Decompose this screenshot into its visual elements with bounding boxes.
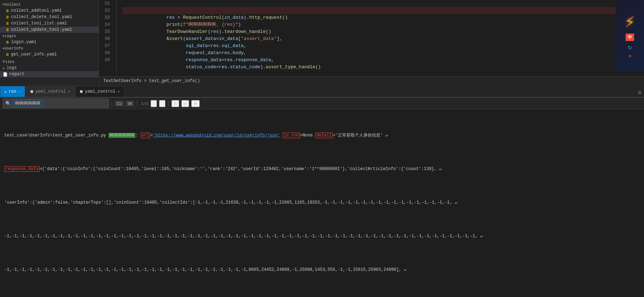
yaml-icon-delete: 🗎 — [6, 15, 10, 19]
case-sensitive-btn[interactable]: Cc — [115, 101, 124, 106]
tab-dot-2 — [80, 90, 83, 93]
tab-yaml-control-2[interactable]: yaml_control ✕ — [75, 86, 124, 97]
run-tab-icon: ▶ — [5, 89, 7, 94]
code-text: status_code — [230, 64, 260, 70]
line-num-33: 33 — [99, 14, 113, 21]
main-container: ▾ Collect 🗎 collect_addtool.yaml 🗎 colle… — [0, 0, 644, 297]
line-num-37: 37 — [99, 42, 113, 50]
output-line-4: -1,-1,-1,-1,-1,-1,-1,-1,-1,-1,-1,-1,-1,-… — [4, 233, 640, 240]
folder-icon-logs: ▸ — [3, 66, 5, 70]
code-text: assert_type_handle — [266, 64, 315, 70]
next-match-btn[interactable]: ↓ — [159, 100, 165, 107]
yaml-icon-addtool: 🗎 — [6, 8, 10, 13]
code-line-38: response_data=res.response_data, — [122, 50, 644, 57]
line-num-38: 38 — [99, 50, 113, 57]
detail-box: detail — [315, 133, 333, 138]
line-num-39: 39 — [99, 57, 113, 64]
folder-icon-userinfo: ▾ — [2, 46, 5, 51]
line-num-32: 32 — [99, 7, 113, 14]
code-text: ). — [260, 64, 266, 70]
login-folder-label: Login — [5, 34, 16, 38]
sidebar-collect-folder[interactable]: ▾ Collect — [0, 1, 99, 7]
toolbar-separator-1 — [112, 101, 112, 106]
search-icon: 🔍 — [5, 101, 11, 106]
toolbar-separator-2 — [137, 101, 137, 106]
logs-label: logs — [7, 65, 17, 70]
tab-yaml-control-1[interactable]: yaml_control ✕ — [26, 86, 75, 97]
naruto-icon: ⚡ — [625, 11, 635, 32]
search-text-display: 啊啊啊啊啊啊 — [12, 100, 43, 107]
line-numbers: 31 32 33 34 35 36 37 38 39 — [99, 0, 117, 76]
update-label: collect_update_tool.yaml — [11, 27, 72, 32]
file-icon-report: 📄 — [3, 72, 8, 77]
sidebar: ▾ Collect 🗎 collect_addtool.yaml 🗎 colle… — [0, 0, 99, 85]
folder-icon-collect: ▾ — [2, 2, 5, 7]
code-content: res = RequestControl(in_data).http_reque… — [117, 0, 644, 76]
line-num-34: 34 — [99, 21, 113, 28]
breadcrumb-bar: TestGetUserInfo > test_get_user_info() — [99, 76, 644, 85]
search-box[interactable]: 🔍 啊啊啊啊啊啊 — [3, 99, 109, 108]
yaml-tab-1-label: yaml_control — [35, 89, 66, 94]
corner-decoration: ⚡ 中 ↻ ✕ — [616, 0, 644, 71]
sidebar-item-login-yaml[interactable]: 🗎 login.yaml — [0, 39, 99, 45]
getuserinfo-label: get_user_info.yaml — [11, 52, 57, 57]
sidebar-item-collect-update[interactable]: 🗎 collect_update_tool.yaml — [0, 27, 99, 33]
sidebar-item-logs[interactable]: ▸ logs — [0, 65, 99, 71]
match-count: 1/1 — [141, 101, 148, 106]
sidebar-item-collect-toollist[interactable]: 🗎 collect_tool_list.yaml — [0, 20, 99, 27]
close-deco-icon: ✕ — [628, 52, 632, 59]
filter-btn-1[interactable]: ⇅ — [171, 100, 179, 107]
line-num-35: 35 — [99, 28, 113, 35]
code-line-31 — [122, 0, 644, 7]
zh-badge: 中 — [626, 34, 634, 41]
output-line-1: test_case\UserInfo\test_get_user_info.py… — [4, 132, 640, 139]
toollist-label: collect_tool_list.yaml — [11, 21, 67, 26]
tab-bar: ▶ run ✕ yaml_control ✕ yaml_control ✕ ⚙ — [0, 85, 644, 97]
line-num-31: 31 — [99, 0, 113, 7]
tab-dot-1 — [30, 90, 33, 93]
code-line-36: sql_data=res.sql_data, — [122, 35, 644, 42]
code-line-32: res = RequestControl(in_data).http_reque… — [122, 7, 644, 14]
yaml-icon-update: 🗎 — [6, 28, 10, 32]
code-text: res — [219, 64, 227, 70]
files-section-label: Files — [0, 59, 99, 65]
prev-match-btn[interactable]: ↑ — [151, 100, 157, 107]
code-line-33: print(f"啊啊啊啊啊啊, {res}") — [122, 14, 644, 21]
sidebar-userinfo-folder[interactable]: ▾ UserInfo — [0, 45, 99, 51]
filter-btn-3[interactable]: ▼ — [191, 100, 200, 107]
output-line-2: response_data={'data':{'coinInfo':{'coin… — [4, 166, 640, 173]
line-num-36: 36 — [99, 35, 113, 42]
yaml-tab-1-close[interactable]: ✕ — [68, 89, 70, 94]
login-yaml-label: login.yaml — [11, 40, 36, 45]
sidebar-item-report[interactable]: 📄 report — [0, 71, 99, 77]
output-content: test_case\UserInfo\test_get_user_info.py… — [0, 109, 644, 297]
code-line-39: status_code=res.status_code).assert_type… — [122, 57, 644, 64]
code-line-34: TearDownHandler(res).teardown_handle() — [122, 21, 644, 28]
spinner-icon: ↻ — [628, 43, 632, 51]
toolbar-separator-3 — [168, 101, 169, 106]
sidebar-login-folder[interactable]: ▾ Login — [0, 33, 99, 39]
addtool-label: collect_addtool.yaml — [11, 8, 62, 13]
yaml-tab-2-label: yaml_control — [85, 89, 115, 94]
sidebar-item-getuserinfo[interactable]: 🗎 get_user_info.yaml — [0, 51, 99, 58]
output-line-3: 'userInfo':{'admin':false,'chapterTops':… — [4, 199, 640, 206]
url-link[interactable]: 'https://www.wanandroid.com/user/lg/user… — [153, 133, 280, 138]
yaml-icon-toollist: 🗎 — [6, 21, 10, 26]
code-line-37: request_data=res.body, — [122, 42, 644, 50]
settings-icon[interactable]: ⚙ — [636, 88, 644, 97]
folder-icon-login: ▾ — [2, 34, 5, 38]
sidebar-item-collect-delete[interactable]: 🗎 collect_delete_tool.yaml — [0, 14, 99, 20]
report-label: report — [9, 72, 24, 77]
code-text: () — [315, 64, 321, 70]
run-tab-label: run — [8, 89, 16, 94]
yaml-tab-2-close[interactable]: ✕ — [118, 89, 120, 94]
sidebar-item-collect-addtool[interactable]: 🗎 collect_addtool.yaml — [0, 7, 99, 14]
filter-btn-2[interactable]: ⇌ — [181, 100, 189, 107]
yaml-icon-login: 🗎 — [6, 40, 10, 45]
output-line-5: -1,-1,-1,-1,-1,-1,-1,-1,-1,-1,-1,-1,-1,-… — [4, 267, 640, 273]
run-tab-close[interactable]: ✕ — [18, 89, 21, 94]
tab-run[interactable]: ▶ run ✕ — [0, 86, 25, 97]
bottom-toolbar: 🔍 啊啊啊啊啊啊 Cc W 1/1 ↑ ↓ ⇅ ⇌ ▼ — [0, 98, 644, 109]
word-btn[interactable]: W — [126, 101, 134, 106]
url-box: url — [141, 133, 151, 138]
